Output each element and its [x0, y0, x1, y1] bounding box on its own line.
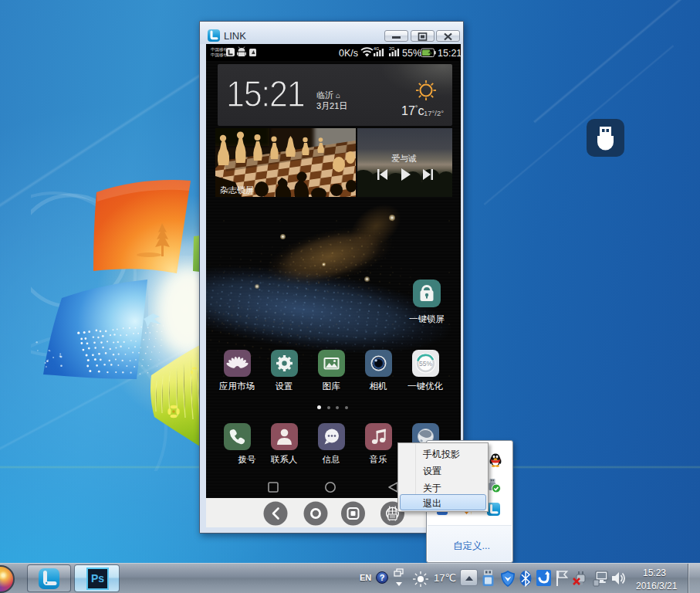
svg-text:0K/s: 0K/s: [339, 48, 358, 59]
svg-text:4G: 4G: [374, 46, 379, 51]
svg-text:杂志锁屏: 杂志锁屏: [220, 185, 254, 195]
svg-text:爱与诚: 爱与诚: [391, 154, 417, 163]
svg-text:中国移动: 中国移动: [211, 53, 228, 58]
svg-text:15:21: 15:21: [438, 48, 461, 59]
svg-text:55%: 55%: [402, 48, 421, 59]
svg-text:中国移动: 中国移动: [211, 47, 228, 53]
svg-text:55%: 55%: [419, 360, 432, 368]
svg-text:2G: 2G: [389, 46, 394, 51]
